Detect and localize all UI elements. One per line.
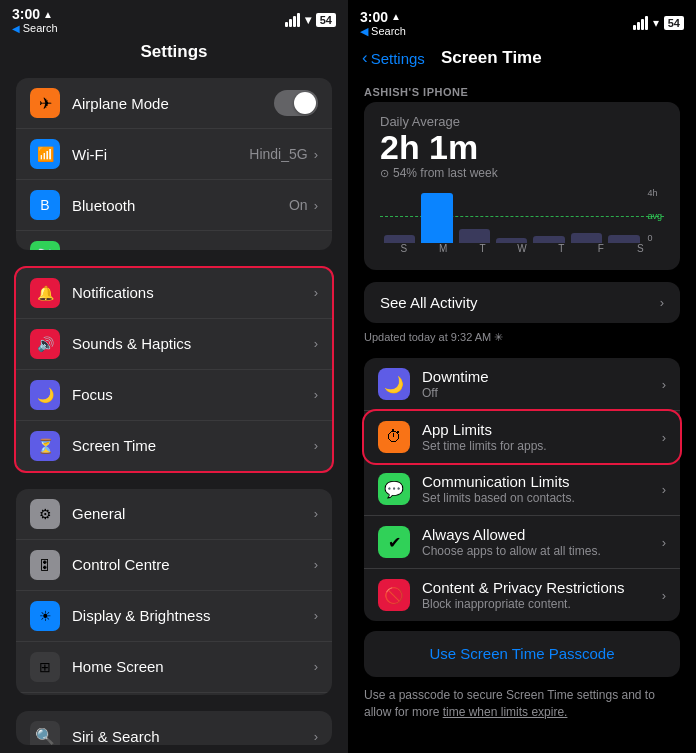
control-chevron: › [314,557,318,572]
y-label-4h: 4h [647,188,662,198]
display-item[interactable]: ☀ Display & Brightness › [16,591,332,642]
wifi-value: Hindi_5G [249,146,307,162]
app-limits-subtitle: Set time limits for apps. [422,439,662,453]
always-allowed-content: Always Allowed Choose apps to allow at a… [422,526,662,558]
signal-bar-4 [297,13,300,27]
see-all-chevron: › [660,295,664,310]
chart-label-s2: S [621,243,660,254]
always-allowed-subtitle: Choose apps to allow at all times. [422,544,662,558]
change-icon: ⊙ [380,167,389,180]
chart-label-f: F [581,243,620,254]
signal-bars-left [285,13,300,27]
left-status-bar: 3:00 ▲ Search ▾ 54 [0,0,348,38]
bar-t1 [459,229,490,243]
signal-bar-r1 [633,25,636,30]
general-icon: ⚙ [30,499,60,529]
bar-s2 [608,235,639,243]
notifications-icon: 🔔 [30,278,60,308]
airplane-toggle[interactable] [274,90,318,116]
bar-w [496,238,527,243]
daily-avg-change: ⊙ 54% from last week [380,166,664,180]
downtime-item[interactable]: 🌙 Downtime Off › [364,358,680,411]
mobile-data-item[interactable]: 📡 Mobile Data › [16,231,332,250]
app-limits-title: App Limits [422,421,662,438]
chart-bars [380,188,643,243]
general-section: ⚙ General › 🎛 Control Centre › ☀ Display… [16,489,332,695]
comm-limits-icon: 💬 [378,473,410,505]
notifications-item[interactable]: 🔔 Notifications › [16,268,332,319]
comm-limits-item[interactable]: 💬 Communication Limits Set limits based … [364,463,680,516]
comm-limits-content: Communication Limits Set limits based on… [422,473,662,505]
chart-bar-f [571,188,602,243]
bar-t2 [533,236,564,243]
bluetooth-icon: B [30,190,60,220]
left-search-back[interactable]: Search [12,22,58,34]
app-limits-content: App Limits Set time limits for apps. [422,421,662,453]
see-all-activity-btn[interactable]: See All Activity › [364,282,680,323]
battery-right: 54 [664,16,684,30]
privacy-title: Content & Privacy Restrictions [422,579,662,596]
focus-icon: 🌙 [30,380,60,410]
device-name: ASHISH'S IPHONE [348,76,696,102]
focus-item[interactable]: 🌙 Focus › [16,370,332,421]
sounds-item[interactable]: 🔊 Sounds & Haptics › [16,319,332,370]
siri-icon: 🔍 [30,721,60,745]
location-icon-right: ▲ [391,11,401,22]
screentime-icon: ⏳ [30,431,60,461]
siri-label: Siri & Search [72,728,314,745]
general-item[interactable]: ⚙ General › [16,489,332,540]
chart-bar-t2 [533,188,564,243]
airplane-icon: ✈ [30,88,60,118]
notifications-section: 🔔 Notifications › 🔊 Sounds & Haptics › 🌙… [14,266,334,473]
privacy-chevron: › [662,588,666,603]
location-icon-left: ▲ [43,9,53,20]
home-icon: ⊞ [30,652,60,682]
right-search-back[interactable]: ◀ Search [360,25,406,38]
back-label: Settings [371,50,425,67]
siri-section: 🔍 Siri & Search › [16,711,332,745]
focus-label: Focus [72,386,314,403]
chart-container: 4h avg 0 [380,188,664,243]
control-item[interactable]: 🎛 Control Centre › [16,540,332,591]
bar-s [384,235,415,243]
mobile-chevron: › [314,249,318,250]
downtime-content: Downtime Off [422,368,662,400]
signal-bars-right [633,16,648,30]
passcode-button[interactable]: Use Screen Time Passcode [364,631,680,677]
wifi-item[interactable]: 📶 Wi-Fi Hindi_5G › [16,129,332,180]
chart-label-w: W [502,243,541,254]
app-limits-item[interactable]: ⏱ App Limits Set time limits for apps. › [364,411,680,463]
home-item[interactable]: ⊞ Home Screen › [16,642,332,693]
left-status-right: ▾ 54 [285,13,336,27]
passcode-desc: Use a passcode to secure Screen Time set… [348,683,696,729]
toggle-knob [294,92,316,114]
bluetooth-item[interactable]: B Bluetooth On › [16,180,332,231]
chart-label-m: M [423,243,462,254]
accessibility-item[interactable]: ♿ Accessibility › [16,693,332,695]
app-limits-chevron: › [662,430,666,445]
right-status-right: ▾ 54 [633,16,684,30]
screen-time-section: 🌙 Downtime Off › ⏱ App Limits Set time l… [364,358,680,621]
privacy-item[interactable]: 🚫 Content & Privacy Restrictions Block i… [364,569,680,621]
always-allowed-chevron: › [662,535,666,550]
notifications-section-wrap: 🔔 Notifications › 🔊 Sounds & Haptics › 🌙… [14,258,334,481]
signal-bar-1 [285,22,288,27]
bluetooth-chevron: › [314,198,318,213]
chart-area: 4h avg 0 S M T W T F S [380,188,664,258]
airplane-mode-item[interactable]: ✈ Airplane Mode [16,78,332,129]
app-limits-icon: ⏱ [378,421,410,453]
left-page-title: Settings [0,38,348,70]
notifications-label: Notifications [72,284,314,301]
app-limits-highlight: ⏱ App Limits Set time limits for apps. › [364,411,680,463]
siri-chevron: › [314,729,318,744]
comm-limits-chevron: › [662,482,666,497]
chart-labels: S M T W T F S [380,243,664,254]
always-allowed-item[interactable]: ✔ Always Allowed Choose apps to allow at… [364,516,680,569]
screentime-item[interactable]: ⏳ Screen Time › [16,421,332,471]
back-button[interactable]: ‹ Settings [362,48,425,68]
siri-item[interactable]: 🔍 Siri & Search › [16,711,332,745]
passcode-desc-link[interactable]: time when limits expire. [443,705,568,719]
chart-y-axis: 4h avg 0 [643,188,664,243]
chart-bar-w [496,188,527,243]
airplane-label: Airplane Mode [72,95,274,112]
